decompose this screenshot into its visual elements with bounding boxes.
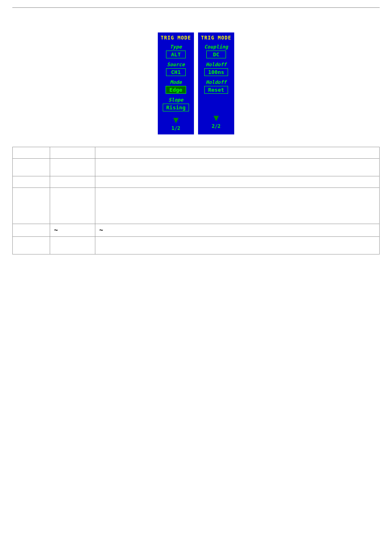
panel1-source-label: Source	[167, 62, 184, 67]
table-cell-tilde2: ~	[95, 224, 380, 237]
panel1-slope-label: Slope	[168, 97, 183, 103]
panel1-type-value[interactable]: ALT	[166, 51, 186, 58]
table-cell	[50, 159, 95, 176]
lcd-panels-container: TRIG MODE Type ALT Source CH1 Mode Edge …	[158, 32, 234, 134]
panel2-page-num: 2/2	[212, 123, 221, 129]
panel2-holdoff2-label: Holdoff	[206, 79, 227, 85]
table-cell	[13, 176, 50, 188]
panel1-title: TRIG MODE	[161, 35, 191, 41]
panel1-source-value[interactable]: CH1	[166, 68, 186, 76]
table-cell-tilde: ~	[50, 224, 95, 237]
panel1-page-num: 1/2	[171, 125, 180, 131]
panel1-type-label: Type	[170, 44, 182, 50]
panel2-holdoff2-value[interactable]: Reset	[204, 86, 228, 94]
table-row	[13, 176, 380, 188]
panel1-mode-label: Mode	[170, 79, 182, 85]
main-content: TRIG MODE Type ALT Source CH1 Mode Edge …	[0, 8, 392, 254]
panel1-nav-arrow[interactable]: ▼	[173, 116, 178, 125]
panel1-slope-value[interactable]: Rising	[163, 104, 189, 111]
panel2-nav-arrow[interactable]: ▼	[213, 113, 219, 123]
table-row	[13, 159, 380, 176]
table-cell	[13, 159, 50, 176]
table-cell	[95, 159, 380, 176]
table-area: ~ ~	[12, 147, 380, 254]
panel2-coupling-value[interactable]: DC	[206, 51, 226, 58]
tilde-symbol: ~	[54, 227, 58, 234]
table-row	[13, 147, 380, 159]
table-cell	[13, 147, 50, 159]
panel2-coupling-label: Coupling	[204, 44, 228, 50]
table-cell	[13, 224, 50, 237]
lcd-panel-1: TRIG MODE Type ALT Source CH1 Mode Edge …	[158, 32, 194, 134]
table-row: ~ ~	[13, 224, 380, 237]
table-cell	[95, 188, 380, 224]
tilde-symbol2: ~	[99, 227, 103, 234]
panel1-mode-value[interactable]: Edge	[166, 86, 186, 94]
table-row	[13, 188, 380, 224]
table-cell	[50, 237, 95, 254]
table-cell	[13, 237, 50, 254]
panel2-holdoff1-value[interactable]: 100ns	[204, 68, 228, 76]
table-cell	[50, 176, 95, 188]
table-cell	[13, 188, 50, 224]
panel2-title: TRIG MODE	[201, 35, 231, 41]
table-cell	[95, 176, 380, 188]
panel2-holdoff1-label: Holdoff	[206, 62, 227, 67]
table-cell	[50, 188, 95, 224]
table-cell	[95, 237, 380, 254]
table-cell	[95, 147, 380, 159]
lcd-panel-2: TRIG MODE Coupling DC Holdoff 100ns Hold…	[198, 32, 234, 134]
table-cell	[50, 147, 95, 159]
table-row	[13, 237, 380, 254]
